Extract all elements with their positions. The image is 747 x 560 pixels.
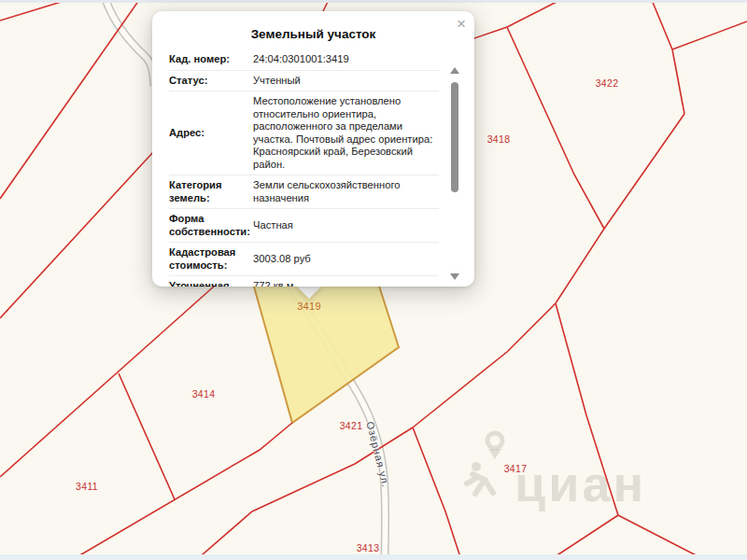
parcel-boundary-line xyxy=(672,21,747,49)
parcel-boundary-line xyxy=(119,373,175,499)
popup-row-value: 772 кв.м xyxy=(253,280,439,287)
parcel-label-3421: 3421 xyxy=(340,420,363,431)
parcel-boundary-line xyxy=(413,427,461,560)
popup-row: Статус:Учтенный xyxy=(169,71,439,92)
parcel-boundary-line xyxy=(0,0,67,21)
scroll-down-icon[interactable] xyxy=(450,273,459,280)
popup-row: Уточненная772 кв.м xyxy=(169,276,439,287)
parcel-boundary-line xyxy=(0,286,215,477)
popup-row-label: Кадастровая стоимость: xyxy=(169,246,253,272)
map-edge-bottom xyxy=(0,554,747,560)
watermark-logo: циан xyxy=(467,433,646,511)
popup-tail xyxy=(295,285,323,299)
popup-row-label: Категория земель: xyxy=(169,179,253,204)
person-icon xyxy=(472,462,481,471)
parcel-boundary-line xyxy=(507,27,604,229)
popup-row-label: Уточненная xyxy=(169,280,253,287)
parcel-boundary-line xyxy=(672,49,684,114)
pin-icon xyxy=(487,433,502,448)
parcel-boundary-line xyxy=(550,515,618,560)
popup-row-label: Статус: xyxy=(169,75,253,88)
popup-row-value: Частная xyxy=(253,219,439,232)
popup-row: Адрес:Местоположение установлено относит… xyxy=(169,91,439,175)
parcel-boundary-line xyxy=(0,152,153,318)
parcel-info-popup: × Земельный участок Кад. номер:24:04:030… xyxy=(152,11,474,287)
parcel-label-3411: 3411 xyxy=(76,481,98,492)
parcel-label-3418: 3418 xyxy=(487,133,511,145)
close-icon[interactable]: × xyxy=(457,16,466,33)
parcel-label-3422: 3422 xyxy=(596,77,619,89)
parcel-label-3413: 3413 xyxy=(357,542,380,553)
popup-scrollbar[interactable] xyxy=(450,67,459,280)
popup-row-value: Местоположение установлено относительно … xyxy=(253,95,439,171)
popup-row: Категория земель:Земли сельскохозяйствен… xyxy=(169,175,439,209)
popup-row-label: Адрес: xyxy=(169,127,253,140)
popup-row: Форма собственности:Частная xyxy=(169,209,439,243)
popup-row-value: 3003.08 руб xyxy=(253,253,439,266)
popup-row-value: Земли сельскохозяйственного назначения xyxy=(253,179,439,204)
popup-row-label: Кад. номер: xyxy=(169,53,253,66)
pin-icon xyxy=(488,449,501,459)
scrollbar-thumb[interactable] xyxy=(451,82,458,192)
scroll-up-icon[interactable] xyxy=(450,67,459,74)
person-icon xyxy=(467,474,493,494)
parcel-boundary-line xyxy=(0,0,139,199)
parcel-boundary-line xyxy=(72,423,292,560)
parcel-3419-shape[interactable] xyxy=(252,280,399,423)
popup-row-value: Учтенный xyxy=(253,75,439,88)
parcel-label-3417: 3417 xyxy=(504,463,528,474)
popup-row-label: Форма собственности: xyxy=(169,213,253,238)
cadastral-map-page: циан 34223418341434213411341734133419 Оз… xyxy=(0,0,747,560)
popup-title: Земельный участок xyxy=(188,27,439,41)
popup-rows: Кад. номер:24:04:0301001:3419Статус:Учте… xyxy=(169,49,439,287)
map-edge-top xyxy=(0,0,747,3)
parcel-boundary-line xyxy=(618,515,705,560)
popup-row-value: 24:04:0301001:3419 xyxy=(253,53,439,66)
watermark-text: циан xyxy=(514,455,646,511)
parcel-label-3414: 3414 xyxy=(192,388,216,399)
popup-row: Кадастровая стоимость:3003.08 руб xyxy=(169,243,439,276)
parcel-boundary-line xyxy=(472,0,560,39)
parcel-label-3419: 3419 xyxy=(297,301,321,312)
parcel-boundary-line xyxy=(652,0,672,49)
popup-row: Кад. номер:24:04:0301001:3419 xyxy=(169,49,439,71)
